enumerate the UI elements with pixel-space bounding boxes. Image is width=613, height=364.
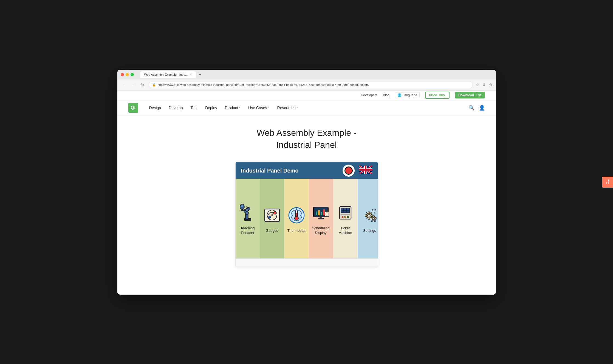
back-button[interactable]: ← xyxy=(121,83,127,87)
traffic-lights xyxy=(121,73,134,76)
url-actions: ☆ ⬇ ⚙ xyxy=(476,83,493,87)
svg-rect-51 xyxy=(368,212,370,213)
thermostat-icon xyxy=(286,204,307,226)
price-buy-button[interactable]: Price. Buy. xyxy=(425,92,450,99)
url-text: https://www.qt.io/web-assembly-example-i… xyxy=(158,83,369,86)
page-title-line1: Web Assembly Example - xyxy=(257,128,357,138)
nav-resources[interactable]: Resources xyxy=(277,106,298,110)
top-nav-row: Developers Blog 🌐 Language Price. Buy. D… xyxy=(117,91,496,100)
svg-text:110: 110 xyxy=(372,209,376,212)
browser-window: Web Assembly Example - Indu... ✕ + ← → ↻… xyxy=(117,70,496,295)
cell-thermostat[interactable]: Thermostat xyxy=(284,179,309,258)
cell-settings[interactable]: 110 01 1010 Settings xyxy=(358,179,378,258)
thermostat-label: Thermostat xyxy=(287,228,306,233)
page-inner: Web Assembly Example - Industrial Panel … xyxy=(117,116,496,278)
svg-point-10 xyxy=(241,205,243,207)
cell-teaching-pendant[interactable]: TeachingPendant xyxy=(236,179,260,258)
reload-button[interactable]: ↻ xyxy=(139,83,146,87)
svg-point-8 xyxy=(246,207,248,208)
page-content: Web Assembly Example - Industrial Panel … xyxy=(117,116,496,295)
close-button[interactable] xyxy=(121,73,124,76)
svg-point-14 xyxy=(269,216,271,218)
svg-rect-41 xyxy=(347,208,349,210)
tab-close-btn[interactable]: ✕ xyxy=(190,73,192,76)
download-icon[interactable]: ⬇ xyxy=(482,83,486,87)
maximize-button[interactable] xyxy=(131,73,134,76)
developers-link[interactable]: Developers xyxy=(361,93,377,97)
svg-rect-54 xyxy=(371,215,373,216)
cell-gauges[interactable]: Gauges xyxy=(260,179,284,258)
svg-rect-30 xyxy=(323,209,325,215)
user-icon[interactable]: 👤 xyxy=(479,105,485,111)
svg-rect-61 xyxy=(373,216,374,217)
uk-flag[interactable] xyxy=(359,166,372,176)
svg-text:1010: 1010 xyxy=(371,219,377,222)
svg-rect-40 xyxy=(344,208,346,210)
qt-logo[interactable]: Qt xyxy=(128,103,138,113)
svg-rect-44 xyxy=(347,211,349,212)
gauges-icon xyxy=(261,204,283,226)
search-icon[interactable]: 🔍 xyxy=(468,105,474,111)
blog-link[interactable]: Blog xyxy=(383,93,389,97)
url-field[interactable]: 🔒 https://www.qt.io/web-assembly-example… xyxy=(149,81,473,88)
svg-rect-45 xyxy=(341,214,350,215)
settings-icon: 110 01 1010 xyxy=(359,204,378,226)
download-try-button[interactable]: Download. Try. xyxy=(455,92,485,98)
svg-rect-53 xyxy=(365,215,367,216)
svg-point-50 xyxy=(368,214,370,217)
language-button[interactable]: 🌐 Language xyxy=(395,92,420,98)
svg-rect-29 xyxy=(321,212,322,215)
lock-icon: 🔒 xyxy=(152,83,156,87)
nav-design[interactable]: Design xyxy=(149,106,161,110)
nav-test[interactable]: Test xyxy=(190,106,197,110)
svg-rect-27 xyxy=(316,211,317,215)
svg-rect-43 xyxy=(344,211,346,212)
svg-rect-64 xyxy=(375,218,376,219)
svg-point-60 xyxy=(373,218,375,219)
demo-title: Industrial Panel Demo xyxy=(241,168,338,174)
svg-rect-42 xyxy=(341,211,343,212)
bookmark-icon[interactable]: ☆ xyxy=(476,83,479,87)
record-indicator xyxy=(344,167,353,175)
teaching-pendant-icon xyxy=(237,202,259,224)
svg-rect-32 xyxy=(318,218,324,219)
gauges-label: Gauges xyxy=(266,228,278,233)
cell-scheduling[interactable]: SchedulingDisplay xyxy=(309,179,333,258)
svg-point-16 xyxy=(271,214,273,216)
svg-point-47 xyxy=(344,216,346,218)
cell-ticket-machine[interactable]: TicketMachine xyxy=(333,179,358,258)
main-nav: Qt Design Develop Test Deploy Product Us… xyxy=(117,100,496,116)
hubspot-icon[interactable] xyxy=(602,177,613,188)
demo-widget: Industrial Panel Demo xyxy=(235,162,378,267)
svg-point-68 xyxy=(608,180,609,181)
active-tab[interactable]: Web Assembly Example - Indu... ✕ xyxy=(140,71,196,78)
nav-deploy[interactable]: Deploy xyxy=(205,106,217,110)
minimize-button[interactable] xyxy=(126,73,129,76)
svg-point-21 xyxy=(295,216,298,220)
nav-develop[interactable]: Develop xyxy=(169,106,183,110)
svg-rect-28 xyxy=(318,210,320,215)
new-tab-btn[interactable]: + xyxy=(197,72,203,78)
svg-point-46 xyxy=(342,216,343,218)
url-bar: ← → ↻ 🔒 https://www.qt.io/web-assembly-e… xyxy=(117,80,496,91)
teaching-pendant-label: TeachingPendant xyxy=(240,226,255,235)
settings-label: Settings xyxy=(363,228,376,233)
nav-product[interactable]: Product xyxy=(225,106,241,110)
ticket-machine-icon xyxy=(334,202,356,224)
svg-rect-63 xyxy=(371,218,372,219)
tab-title: Web Assembly Example - Indu... xyxy=(144,73,188,76)
forward-button[interactable]: → xyxy=(130,83,137,87)
qt-logo-text: Qt xyxy=(131,105,136,110)
demo-footer xyxy=(236,258,378,267)
nav-right: 🔍 👤 xyxy=(468,105,485,111)
demo-header: Industrial Panel Demo xyxy=(236,162,378,179)
svg-rect-52 xyxy=(368,218,370,219)
demo-grid: TeachingPendant xyxy=(236,179,378,258)
svg-text:01: 01 xyxy=(374,212,377,215)
svg-rect-39 xyxy=(341,208,343,210)
record-button[interactable] xyxy=(343,165,355,177)
svg-line-7 xyxy=(241,210,245,211)
nav-use-cases[interactable]: Use Cases xyxy=(248,106,270,110)
extensions-icon[interactable]: ⚙ xyxy=(489,83,493,87)
page-title: Web Assembly Example - Industrial Panel xyxy=(257,127,357,151)
